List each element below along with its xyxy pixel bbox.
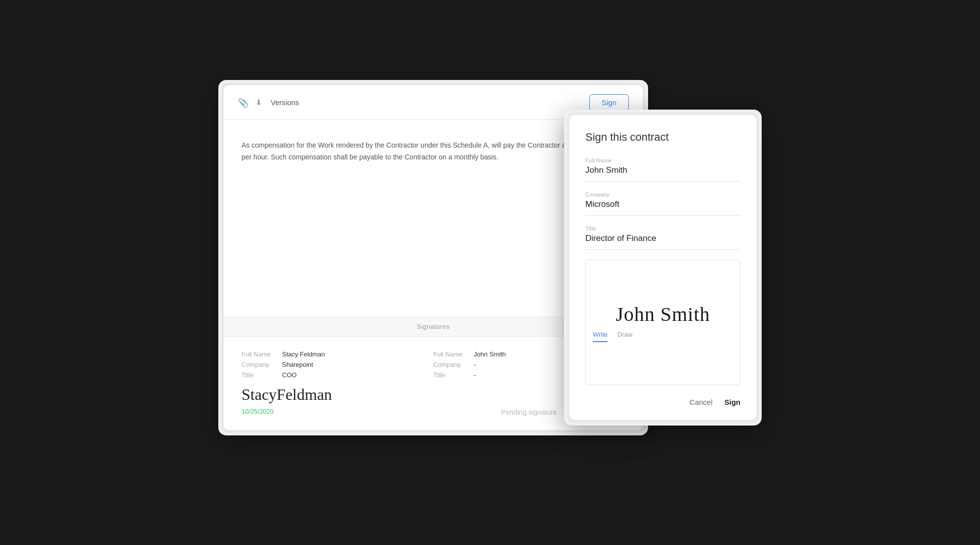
sign-button[interactable]: Sign [589, 94, 629, 111]
signer1-col: Full Name Stacy Feldman Company Sharepoi… [242, 350, 433, 416]
title-field: Title Director of Finance [585, 226, 740, 250]
signer2-title-label: Title [433, 371, 468, 379]
tab-draw[interactable]: Draw [617, 331, 632, 342]
signer1-fullname-label: Full Name [242, 350, 276, 358]
signer1-company-value: Sharepoint [282, 361, 313, 368]
signer2-fullname-value: John Smith [474, 350, 506, 358]
signer1-date: 10/25/2020 [242, 408, 433, 415]
company-field: Company Microsoft [585, 192, 740, 216]
fullname-value[interactable]: John Smith [585, 165, 740, 175]
toolbar-icons: 📎 ⬇ Versions [238, 97, 299, 108]
signer1-fullname-value: Stacy Feldman [282, 350, 325, 358]
title-value[interactable]: Director of Finance [585, 234, 740, 243]
tab-write[interactable]: Write [593, 331, 608, 342]
sign-contract-modal: Sign this contract Full Name John Smith … [564, 110, 762, 426]
fullname-field: Full Name John Smith [585, 157, 740, 182]
modal-footer: Cancel Sign [585, 398, 740, 406]
title-label: Title [585, 226, 740, 232]
signer1-title-label: Title [242, 371, 276, 379]
cancel-button[interactable]: Cancel [690, 398, 713, 406]
signer1-signature: StacyFeldman [242, 386, 433, 404]
signature-area[interactable]: John Smith Write Draw [585, 260, 740, 385]
versions-label[interactable]: Versions [271, 98, 299, 107]
signer2-company-value: - [474, 361, 476, 368]
signer1-company-label: Company [242, 361, 276, 368]
signature-tabs: Write Draw [586, 326, 740, 342]
signature-preview: John Smith [615, 303, 710, 326]
company-value[interactable]: Microsoft [585, 199, 740, 209]
signer2-fullname-label: Full Name [433, 350, 468, 358]
modal-title: Sign this contract [585, 131, 740, 144]
company-label: Company [585, 192, 740, 197]
signer1-title-value: COO [282, 371, 297, 379]
clip-icon: 📎 [238, 97, 248, 108]
download-icon: ⬇ [255, 98, 262, 107]
signer2-title-value: - [474, 371, 476, 379]
signer2-company-label: Company [433, 361, 468, 368]
modal-sign-button[interactable]: Sign [725, 398, 741, 406]
fullname-label: Full Name [585, 157, 740, 163]
